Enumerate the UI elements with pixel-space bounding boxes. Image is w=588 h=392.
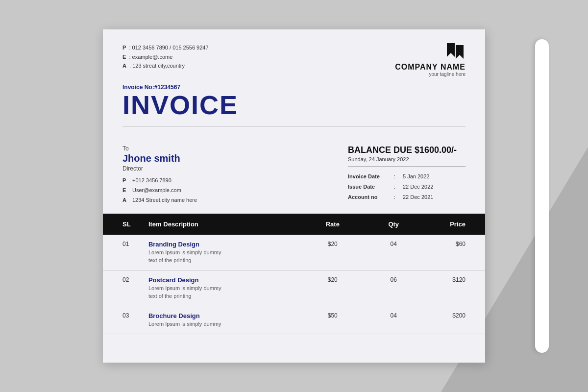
balance-block: BALANCE DUE $1600.00/- Sunday, 24 Januar… <box>348 145 466 202</box>
balance-divider <box>348 166 466 167</box>
client-role: Director <box>122 165 197 172</box>
balance-date: Sunday, 24 January 2022 <box>348 156 466 162</box>
client-email-row: E User@example.com <box>122 186 197 196</box>
svg-marker-0 <box>447 43 455 57</box>
header-divider <box>122 126 466 126</box>
company-block: COMPANY NAME your tagline here <box>395 43 466 77</box>
cell-description: Branding Design Lorem Ipsum is simply du… <box>144 235 302 270</box>
email-line: E : example@.come <box>122 52 209 62</box>
client-contact: P +012 3456 7890 E User@example.com A 12… <box>122 176 197 205</box>
item-name: Branding Design <box>148 241 297 248</box>
item-name: Postcard Design <box>148 276 297 284</box>
issue-date-row: Issue Date : 22 Dec 2022 <box>348 182 466 192</box>
th-rate: Rate <box>302 214 363 235</box>
item-desc: Lorem Ipsum is simply dummytext of the p… <box>148 249 297 264</box>
client-address-row: A 1234 Street,city name here <box>122 196 197 205</box>
paper-top: P : 012 3456 7890 / 015 2556 9247 E : ex… <box>103 29 485 145</box>
invoice-title: INVOICE <box>122 92 466 118</box>
cell-rate: $20 <box>302 235 363 270</box>
to-label: To <box>122 145 197 152</box>
th-sl: SL <box>103 214 144 235</box>
invoice-details: Invoice Date : 5 Jan 2022 Issue Date : 2… <box>348 172 466 202</box>
th-qty: Qty <box>363 214 424 235</box>
client-phone-label: P <box>122 176 129 186</box>
billing-row: To Jhone smith Director P +012 3456 7890… <box>103 145 485 205</box>
invoice-number-prefix: Invoice No: <box>122 84 154 91</box>
phone-value: 012 3456 7890 / 015 2556 9247 <box>132 45 209 50</box>
cell-rate: $20 <box>302 270 363 306</box>
invoice-date-row: Invoice Date : 5 Jan 2022 <box>348 172 466 182</box>
table-row: 03 Brochure Design Lorem Ipsum is simply… <box>103 306 485 334</box>
invoice-date-value: 5 Jan 2022 <box>403 172 429 182</box>
binder-spine <box>535 39 549 353</box>
company-tagline: your tagline here <box>429 72 466 77</box>
client-email-label: E <box>122 186 129 196</box>
cell-qty: 04 <box>363 306 424 334</box>
table-row: 02 Postcard Design Lorem Ipsum is simply… <box>103 270 485 306</box>
th-description: Item Description <box>144 214 302 235</box>
invoice-table: SL Item Description Rate Qty Price 01 Br… <box>103 214 485 334</box>
cell-sl: 02 <box>103 270 144 306</box>
cell-price: $120 <box>424 270 485 306</box>
item-name: Brochure Design <box>148 312 297 319</box>
contact-info: P : 012 3456 7890 / 015 2556 9247 E : ex… <box>122 43 209 71</box>
phone-line: P : 012 3456 7890 / 015 2556 9247 <box>122 43 209 52</box>
phone-label: P <box>122 45 126 50</box>
issue-date-value: 22 Dec 2022 <box>403 182 433 192</box>
client-name: Jhone smith <box>122 153 197 164</box>
cell-qty: 06 <box>363 270 424 306</box>
account-no-row: Account no : 22 Dec 2021 <box>348 192 466 202</box>
client-phone-value: +012 3456 7890 <box>132 176 172 186</box>
client-address-value: 1234 Street,city name here <box>132 196 197 205</box>
cell-qty: 04 <box>363 235 424 270</box>
cell-description: Brochure Design Lorem Ipsum is simply du… <box>144 306 302 334</box>
cell-rate: $50 <box>302 306 363 334</box>
cell-price: $200 <box>424 306 485 334</box>
svg-marker-1 <box>456 45 464 59</box>
client-email-value: User@example.com <box>132 186 181 196</box>
th-price: Price <box>424 214 485 235</box>
invoice-date-label: Invoice Date <box>348 172 392 182</box>
account-no-label: Account no <box>348 192 392 202</box>
email-value: example@.come <box>132 54 173 60</box>
company-name: COMPANY NAME <box>395 63 466 72</box>
account-no-value: 22 Dec 2021 <box>403 192 433 202</box>
invoice-paper: P : 012 3456 7890 / 015 2556 9247 E : ex… <box>103 29 485 363</box>
client-address-label: A <box>122 196 129 205</box>
client-phone-row: P +012 3456 7890 <box>122 176 197 186</box>
table-row: 01 Branding Design Lorem Ipsum is simply… <box>103 235 485 270</box>
table-header-row: SL Item Description Rate Qty Price <box>103 214 485 235</box>
invoice-number-line: Invoice No:#1234567 <box>122 84 466 91</box>
bill-to-block: To Jhone smith Director P +012 3456 7890… <box>122 145 197 205</box>
cell-sl: 01 <box>103 235 144 270</box>
item-desc: Lorem Ipsum is simply dummy <box>148 320 297 328</box>
invoice-number: #1234567 <box>154 84 180 91</box>
address-label: A <box>122 63 126 69</box>
issue-date-label: Issue Date <box>348 182 392 192</box>
address-value: 123 streat city,country <box>132 63 185 69</box>
address-line: A : 123 streat city,country <box>122 61 209 71</box>
item-desc: Lorem Ipsum is simply dummytext of the p… <box>148 285 297 300</box>
cell-sl: 03 <box>103 306 144 334</box>
cell-price: $60 <box>424 235 485 270</box>
company-logo-icon <box>445 43 466 61</box>
cell-description: Postcard Design Lorem Ipsum is simply du… <box>144 270 302 306</box>
balance-due: BALANCE DUE $1600.00/- <box>348 145 466 155</box>
header-row: P : 012 3456 7890 / 015 2556 9247 E : ex… <box>122 43 466 77</box>
email-label: E <box>122 54 126 60</box>
